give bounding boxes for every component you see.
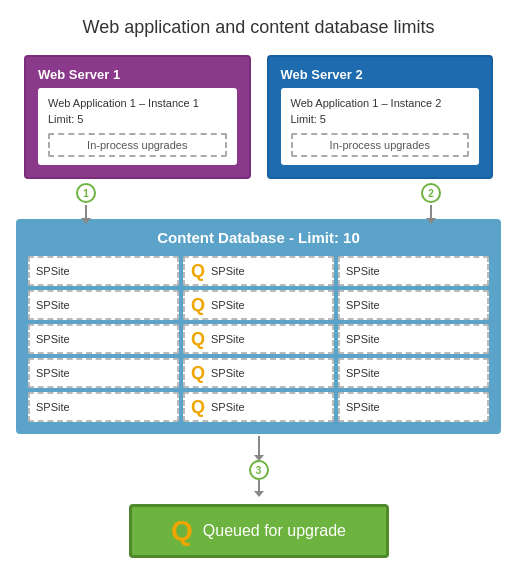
spsite-col1-row1: SPSite <box>28 256 179 286</box>
page-title: Web application and content database lim… <box>16 16 501 39</box>
spsite-label: SPSite <box>36 401 70 413</box>
bottom-arrow-area: 3 <box>16 434 501 492</box>
arrow-2-container: 2 <box>421 183 441 219</box>
spsite-label: SPSite <box>36 333 70 345</box>
web-server-2-title: Web Server 2 <box>281 67 480 82</box>
spsite-col2-row3: Q SPSite <box>183 324 334 354</box>
instance-1-label: Web Application 1 – Instance 1Limit: 5 <box>48 96 227 127</box>
spsite-label: SPSite <box>36 299 70 311</box>
spsite-col2-row1: Q SPSite <box>183 256 334 286</box>
spsite-label: SPSite <box>211 401 245 413</box>
q-icon: Q <box>191 262 205 280</box>
circle-3: 3 <box>249 460 269 480</box>
spsite-col2-row5: Q SPSite <box>183 392 334 422</box>
web-server-1-title: Web Server 1 <box>38 67 237 82</box>
spsite-label: SPSite <box>346 333 380 345</box>
spsite-label: SPSite <box>211 333 245 345</box>
content-db: Content Database - Limit: 10 SPSite Q SP… <box>16 219 501 434</box>
arrowhead-3 <box>254 491 264 497</box>
arrow-2-line <box>430 205 432 219</box>
spsite-col1-row4: SPSite <box>28 358 179 388</box>
spsite-label: SPSite <box>346 367 380 379</box>
spsite-label: SPSite <box>36 367 70 379</box>
queued-upgrade-q-icon: Q <box>171 517 193 545</box>
queued-upgrade-box: Q Queued for upgrade <box>129 504 389 558</box>
spsite-col3-row2: SPSite <box>338 290 489 320</box>
arrow-3-lower <box>258 480 260 492</box>
spsite-col1-row3: SPSite <box>28 324 179 354</box>
content-db-title: Content Database - Limit: 10 <box>28 229 489 246</box>
spsite-col1-row2: SPSite <box>28 290 179 320</box>
q-icon: Q <box>191 364 205 382</box>
arrow-1-container: 1 <box>76 183 96 219</box>
queued-upgrade-area: Q Queued for upgrade <box>16 500 501 558</box>
circle-2: 2 <box>421 183 441 203</box>
q-icon: Q <box>191 330 205 348</box>
inprocess-2-label: In-process upgrades <box>330 139 430 151</box>
spsite-col3-row4: SPSite <box>338 358 489 388</box>
web-server-1: Web Server 1 Web Application 1 – Instanc… <box>24 55 251 179</box>
spsite-col3-row1: SPSite <box>338 256 489 286</box>
spsite-col2-row2: Q SPSite <box>183 290 334 320</box>
spsite-label: SPSite <box>346 401 380 413</box>
spsite-label: SPSite <box>211 265 245 277</box>
inprocess-1-box: In-process upgrades <box>48 133 227 157</box>
web-server-1-inner: Web Application 1 – Instance 1Limit: 5 I… <box>38 88 237 165</box>
top-arrows-row: 1 2 <box>16 179 501 219</box>
circle-1: 1 <box>76 183 96 203</box>
inprocess-2-box: In-process upgrades <box>291 133 470 157</box>
spsite-col3-row3: SPSite <box>338 324 489 354</box>
q-icon: Q <box>191 296 205 314</box>
q-icon: Q <box>191 398 205 416</box>
spsite-label: SPSite <box>36 265 70 277</box>
spsite-grid: SPSite Q SPSite SPSite SPSite Q SPSite S… <box>28 256 489 422</box>
web-server-2-inner: Web Application 1 – Instance 2Limit: 5 I… <box>281 88 480 165</box>
inprocess-1-label: In-process upgrades <box>87 139 187 151</box>
web-server-2: Web Server 2 Web Application 1 – Instanc… <box>267 55 494 179</box>
spsite-col2-row4: Q SPSite <box>183 358 334 388</box>
spsite-label: SPSite <box>211 299 245 311</box>
spsite-col1-row5: SPSite <box>28 392 179 422</box>
spsite-label: SPSite <box>346 265 380 277</box>
instance-2-label: Web Application 1 – Instance 2Limit: 5 <box>291 96 470 127</box>
web-servers-row: Web Server 1 Web Application 1 – Instanc… <box>16 55 501 179</box>
spsite-col3-row5: SPSite <box>338 392 489 422</box>
arrow-1-line <box>85 205 87 219</box>
spsite-label: SPSite <box>346 299 380 311</box>
arrow-3-line <box>258 436 260 456</box>
spsite-label: SPSite <box>211 367 245 379</box>
queued-upgrade-label: Queued for upgrade <box>203 522 346 540</box>
